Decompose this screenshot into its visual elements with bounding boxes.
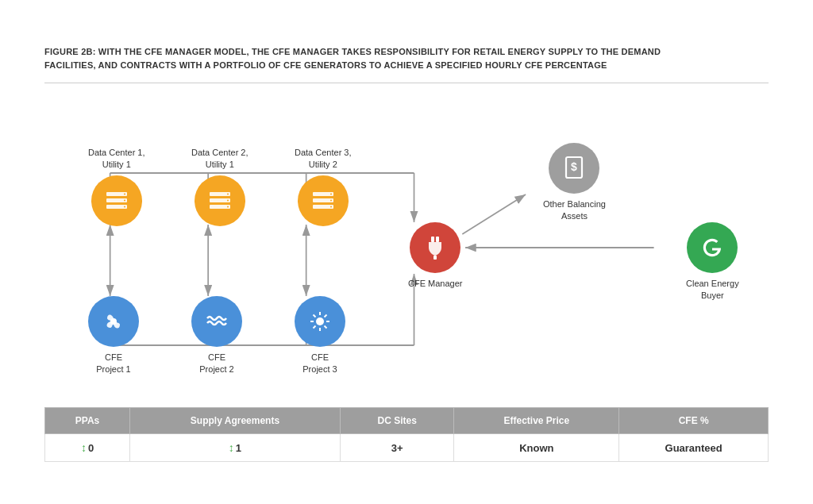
node-dc3: Data Center 3,Utility 2 (295, 147, 352, 226)
cell-supply: ↕1 (130, 434, 341, 462)
svg-line-43 (325, 315, 327, 317)
google-g-icon (696, 232, 728, 264)
svg-rect-26 (227, 193, 229, 194)
dc1-label: Data Center 1,Utility 1 (88, 147, 145, 171)
svg-rect-20 (124, 193, 125, 194)
document-dollar-icon: $ (560, 154, 588, 183)
server-icon (103, 187, 130, 214)
svg-text:$: $ (572, 160, 578, 173)
svg-line-44 (314, 326, 316, 329)
svg-rect-33 (330, 199, 332, 201)
summary-table: PPAs Supply Agreements DC Sites Effectiv… (44, 407, 769, 462)
col-header-price: Effective Price (454, 408, 619, 434)
google-label: Clean EnergyBuyer (686, 278, 739, 302)
cfe-manager-label: CFE Manager (408, 278, 462, 290)
wave-icon (202, 307, 231, 336)
cfe2-icon-circle (191, 296, 242, 347)
solar-icon (306, 307, 334, 336)
col-header-ppas: PPAs (45, 408, 130, 434)
node-dc2: Data Center 2,Utility 1 (191, 147, 249, 226)
divider (44, 83, 769, 83)
cell-dc-sites: 3+ (340, 434, 454, 462)
wind-icon (99, 307, 128, 336)
svg-line-42 (325, 326, 327, 329)
svg-line-41 (314, 315, 316, 317)
svg-rect-46 (436, 237, 439, 242)
dc2-icon-circle (195, 175, 245, 226)
svg-rect-21 (124, 199, 125, 201)
svg-point-36 (316, 317, 324, 325)
node-cfe-manager: CFE Manager (408, 222, 462, 290)
dc2-label: Data Center 2,Utility 1 (191, 147, 249, 171)
google-icon-circle (687, 222, 738, 273)
node-cfe1: CFEProject 1 (88, 296, 139, 375)
cell-cfe: Guaranteed (619, 434, 769, 462)
cell-ppas: ↕0 (45, 434, 130, 462)
node-cfe2: CFEProject 2 (191, 296, 242, 375)
balancing-label: Other BalancingAssets (543, 198, 606, 222)
col-header-dc-sites: DC Sites (340, 408, 454, 434)
svg-rect-28 (227, 206, 229, 207)
svg-rect-45 (431, 237, 434, 242)
svg-line-15 (462, 194, 526, 234)
figure-title: FIGURE 2B: WITH THE CFE MANAGER MODEL, T… (44, 45, 695, 71)
down-arrow-ppas: ↕ (81, 441, 87, 454)
balancing-icon-circle: $ (549, 143, 599, 194)
server-icon-3 (310, 187, 337, 214)
arrows-svg (44, 99, 769, 401)
down-arrow-supply: ↕ (229, 441, 234, 454)
svg-rect-32 (330, 193, 332, 194)
dc3-icon-circle (298, 175, 349, 226)
cell-price: Known (454, 434, 619, 462)
node-google: Clean EnergyBuyer (686, 222, 739, 302)
svg-rect-27 (227, 199, 229, 201)
dc1-icon-circle (91, 175, 142, 226)
server-icon-2 (206, 187, 233, 214)
node-cfe3: CFEProject 3 (295, 296, 345, 375)
cfe-manager-icon-circle (410, 222, 460, 273)
col-header-cfe: CFE % (619, 408, 769, 434)
svg-rect-22 (124, 206, 125, 207)
cfe1-icon-circle (88, 296, 139, 347)
table-row: ↕0 ↕1 3+ Known Guaranteed (45, 434, 769, 462)
cfe3-label: CFEProject 3 (302, 352, 337, 375)
svg-rect-34 (330, 206, 332, 207)
plug-icon (421, 233, 449, 262)
cfe2-label: CFEProject 2 (199, 352, 233, 375)
node-balancing: $ Other BalancingAssets (543, 143, 606, 222)
col-header-supply: Supply Agreements (130, 408, 341, 434)
main-container: FIGURE 2B: WITH THE CFE MANAGER MODEL, T… (25, 29, 788, 475)
node-dc1: Data Center 1,Utility 1 (88, 147, 145, 226)
diagram: Data Center 1,Utility 1 Data Center 2,Ut… (44, 99, 769, 401)
cfe3-icon-circle (295, 296, 345, 347)
svg-rect-47 (433, 256, 437, 260)
cfe1-label: CFEProject 1 (96, 352, 130, 375)
dc3-label: Data Center 3,Utility 2 (295, 147, 352, 171)
